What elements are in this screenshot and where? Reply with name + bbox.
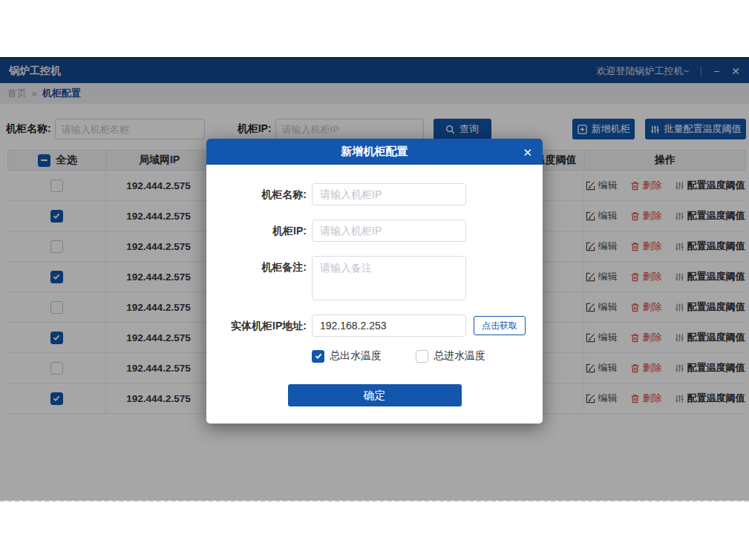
- modal-field-host-ip: 实体机柜IP地址: 点击获取: [206, 314, 543, 337]
- modal-title: 新增机柜配置: [341, 145, 408, 159]
- out-water-temp-option[interactable]: 总出水温度: [312, 349, 382, 363]
- check-icon: [314, 352, 323, 360]
- in-water-temp-checkbox[interactable]: [416, 350, 428, 363]
- modal-field-name: 机柜名称:: [206, 183, 543, 205]
- modal-field-remark: 机柜备注:: [206, 256, 543, 300]
- modal-remark-label: 机柜备注:: [206, 256, 312, 278]
- out-water-temp-label: 总出水温度: [330, 349, 382, 363]
- add-cabinet-modal: 新增机柜配置 ✕ 机柜名称: 机柜IP: 机柜备注: 实体机柜IP地址: 点击获…: [206, 139, 543, 424]
- modal-host-ip-input[interactable]: [312, 314, 466, 337]
- modal-ip-input[interactable]: [312, 220, 466, 242]
- modal-field-ip: 机柜IP:: [206, 220, 543, 242]
- fetch-ip-button[interactable]: 点击获取: [474, 316, 526, 335]
- modal-close-icon[interactable]: ✕: [523, 146, 532, 157]
- modal-name-input[interactable]: [312, 183, 466, 205]
- modal-header: 新增机柜配置 ✕: [206, 139, 543, 165]
- in-water-temp-label: 总进水温度: [434, 349, 485, 363]
- modal-name-label: 机柜名称:: [206, 183, 312, 205]
- confirm-button[interactable]: 确定: [288, 384, 462, 406]
- modal-host-ip-label: 实体机柜IP地址:: [206, 314, 312, 337]
- modal-temp-checkboxes: 总出水温度 总进水温度: [312, 349, 543, 363]
- out-water-temp-checkbox[interactable]: [312, 350, 324, 363]
- modal-remark-textarea[interactable]: [312, 256, 466, 300]
- in-water-temp-option[interactable]: 总进水温度: [416, 349, 485, 363]
- modal-ip-label: 机柜IP:: [206, 220, 312, 242]
- app-window: 锅炉工控机 欢迎登陆锅炉工控机~ − ✕ 首页 » 机柜配置 机柜名称: 机柜I…: [0, 57, 749, 502]
